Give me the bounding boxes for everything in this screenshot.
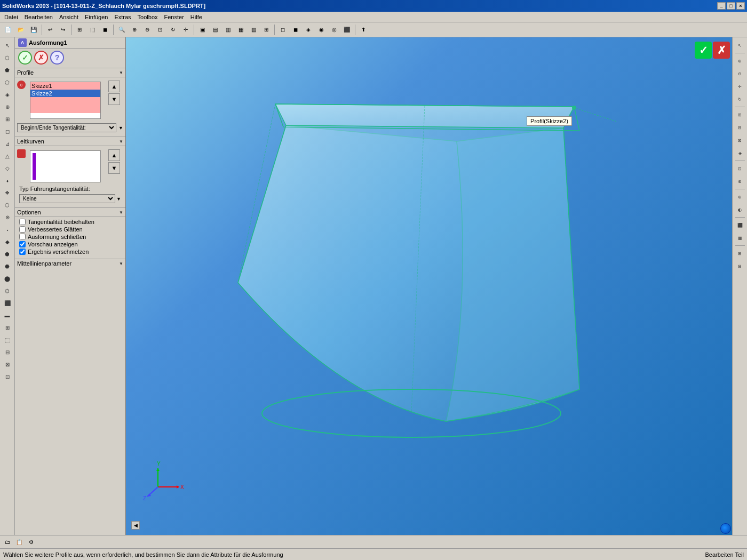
menu-extras[interactable]: Extras bbox=[111, 13, 134, 21]
lp-icon19[interactable]: ⬣ bbox=[2, 260, 13, 272]
menu-toolbox[interactable]: Toolbox bbox=[134, 13, 161, 21]
ok-button[interactable]: ✓ bbox=[18, 51, 32, 65]
lp-icon13[interactable]: ❖ bbox=[2, 187, 13, 198]
rt-view-front[interactable]: ⊞ bbox=[734, 109, 746, 121]
tb-view12[interactable]: ⬛ bbox=[341, 24, 353, 36]
bt-configmanager[interactable]: ⚙ bbox=[26, 537, 36, 547]
rt-view-right[interactable]: ⊠ bbox=[734, 134, 746, 146]
viewport-cancel-button[interactable]: ✗ bbox=[713, 42, 730, 59]
lp-icon10[interactable]: △ bbox=[2, 150, 13, 162]
option-tangentialitaet-checkbox[interactable] bbox=[19, 219, 26, 225]
viewport-scroll-left[interactable]: ◀ bbox=[131, 521, 140, 530]
lp-icon3[interactable]: ⬟ bbox=[2, 64, 13, 76]
lp-icon26[interactable]: ⊟ bbox=[2, 346, 13, 358]
rt-zoom-out[interactable]: ⊖ bbox=[734, 68, 746, 79]
tangentialitaet-dropdown[interactable]: Beginn/Ende Tangentialität: bbox=[17, 123, 116, 132]
lk-move-up[interactable]: ▲ bbox=[108, 149, 120, 161]
lp-icon25[interactable]: ⬚ bbox=[2, 334, 13, 346]
tb-zoom-in[interactable]: ⊕ bbox=[129, 24, 140, 36]
lp-icon22[interactable]: ⬛ bbox=[2, 297, 13, 309]
menu-fenster[interactable]: Fenster bbox=[161, 13, 187, 21]
lp-icon21[interactable]: ⌬ bbox=[2, 285, 13, 297]
menu-datei[interactable]: Datei bbox=[1, 13, 21, 21]
profile-item-skizze2[interactable]: Skizze2 bbox=[30, 90, 100, 97]
tb-zoom-out[interactable]: ⊖ bbox=[141, 24, 153, 36]
lp-icon20[interactable]: ⬤ bbox=[2, 273, 13, 284]
help-button[interactable]: ? bbox=[50, 51, 64, 65]
maximize-button[interactable]: □ bbox=[727, 2, 735, 10]
tb-view5[interactable]: ▧ bbox=[248, 24, 259, 36]
menu-einfuegen[interactable]: Einfügen bbox=[82, 13, 111, 21]
profile-move-down[interactable]: ▼ bbox=[108, 93, 120, 105]
tb-view11[interactable]: ◎ bbox=[328, 24, 340, 36]
tb-view9[interactable]: ◈ bbox=[303, 24, 314, 36]
tb-rotate[interactable]: ↻ bbox=[167, 24, 179, 36]
rt-select[interactable]: ↖ bbox=[734, 39, 746, 51]
lp-icon8[interactable]: ◻ bbox=[2, 125, 13, 137]
lp-icon23[interactable]: ▬ bbox=[2, 309, 13, 321]
rt-light[interactable]: ⬛ bbox=[734, 219, 746, 231]
rt-zoom-in[interactable]: ⊕ bbox=[734, 55, 746, 67]
option-vorschau-checkbox[interactable] bbox=[19, 241, 26, 247]
profile-item-skizze1[interactable]: Skizze1 bbox=[30, 82, 100, 90]
tb-view8[interactable]: ◼ bbox=[290, 24, 301, 36]
lp-icon15[interactable]: ⊛ bbox=[2, 211, 13, 223]
tb-grid[interactable]: ⊞ bbox=[74, 24, 85, 36]
tb-new[interactable]: 📄 bbox=[2, 24, 14, 36]
minimize-button[interactable]: _ bbox=[717, 2, 726, 10]
tb-open[interactable]: 📂 bbox=[15, 24, 27, 36]
rt-view-iso[interactable]: ◈ bbox=[734, 147, 746, 159]
rt-view-top[interactable]: ⊟ bbox=[734, 122, 746, 133]
keine-dropdown[interactable]: Keine bbox=[19, 194, 115, 203]
rt-extras1[interactable]: ⊞ bbox=[734, 247, 746, 259]
lp-icon18[interactable]: ⬢ bbox=[2, 248, 13, 260]
tb-normal[interactable]: ⬆ bbox=[357, 24, 369, 36]
lp-icon24[interactable]: ⊞ bbox=[2, 322, 13, 333]
tb-undo[interactable]: ↩ bbox=[44, 24, 56, 36]
lp-icon6[interactable]: ⊕ bbox=[2, 101, 13, 113]
rt-extras2[interactable]: ⊟ bbox=[734, 260, 746, 272]
keine-expand[interactable]: ▼ bbox=[116, 196, 121, 202]
leitkurven-section-header[interactable]: Leitkurven ▼ bbox=[15, 137, 125, 146]
tb-save[interactable]: 💾 bbox=[28, 24, 39, 36]
lp-icon28[interactable]: ⊡ bbox=[2, 371, 13, 382]
lp-select[interactable]: ↖ bbox=[2, 39, 13, 51]
tb-view4[interactable]: ▦ bbox=[235, 24, 247, 36]
lk-move-down[interactable]: ▼ bbox=[108, 162, 120, 174]
option-glaetten-checkbox[interactable] bbox=[19, 226, 26, 233]
menu-ansicht[interactable]: Ansicht bbox=[56, 13, 82, 21]
optionen-section-header[interactable]: Optionen ▼ bbox=[15, 207, 125, 217]
tb-view6[interactable]: ⊞ bbox=[260, 24, 272, 36]
tangentialitaet-expand[interactable]: ▼ bbox=[118, 125, 123, 131]
menu-hilfe[interactable]: Hilfe bbox=[187, 13, 205, 21]
lp-icon9[interactable]: ⊿ bbox=[2, 138, 13, 149]
tb-view10[interactable]: ◉ bbox=[315, 24, 327, 36]
tb-zoom-region[interactable]: 🔍 bbox=[116, 24, 128, 36]
option-verschmelzen-checkbox[interactable] bbox=[19, 249, 26, 255]
tb-wireframe[interactable]: ⬚ bbox=[86, 24, 98, 36]
mittellinien-section-header[interactable]: Mittellinienparameter ▼ bbox=[15, 259, 125, 268]
tb-view2[interactable]: ▤ bbox=[209, 24, 221, 36]
viewport-ok-button[interactable]: ✓ bbox=[695, 42, 712, 59]
rt-rotate[interactable]: ↻ bbox=[734, 93, 746, 105]
lp-icon17[interactable]: ◆ bbox=[2, 236, 13, 247]
tb-shade[interactable]: ◼ bbox=[99, 24, 111, 36]
rt-appearance[interactable]: ◐ bbox=[734, 204, 746, 215]
lp-icon12[interactable]: ⬧ bbox=[2, 174, 13, 186]
bt-propertymanager[interactable]: 📋 bbox=[14, 537, 25, 547]
rt-pan[interactable]: ✛ bbox=[734, 81, 746, 92]
lp-icon2[interactable]: ⬡ bbox=[2, 52, 13, 63]
rt-measure[interactable]: ⊕ bbox=[734, 191, 746, 203]
lp-icon4[interactable]: ⬠ bbox=[2, 76, 13, 88]
rt-normal[interactable]: ⊗ bbox=[734, 175, 746, 187]
bt-featuremanager[interactable]: 🗂 bbox=[2, 537, 13, 547]
lp-icon14[interactable]: ⬡ bbox=[2, 199, 13, 211]
tb-zoom-fit[interactable]: ⊡ bbox=[154, 24, 166, 36]
rt-section[interactable]: ⊡ bbox=[734, 163, 746, 174]
lp-icon7[interactable]: ⊞ bbox=[2, 113, 13, 125]
lp-icon27[interactable]: ⊠ bbox=[2, 358, 13, 370]
tb-pan[interactable]: ✛ bbox=[180, 24, 192, 36]
profile-move-up[interactable]: ▲ bbox=[108, 81, 120, 92]
tb-view3[interactable]: ▥ bbox=[222, 24, 234, 36]
menu-bearbeiten[interactable]: Bearbeiten bbox=[21, 13, 56, 21]
